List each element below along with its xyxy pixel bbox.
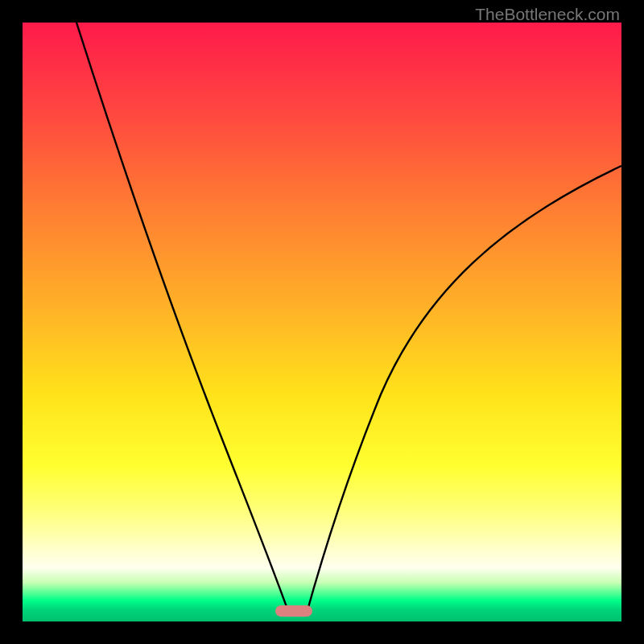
min-marker: [275, 605, 312, 617]
chart-frame: TheBottleneck.com: [0, 0, 644, 644]
plot-area: [23, 23, 621, 621]
left-curve: [76, 23, 290, 616]
curve-layer: [23, 23, 621, 621]
watermark-text: TheBottleneck.com: [475, 5, 620, 24]
right-curve: [306, 166, 621, 616]
